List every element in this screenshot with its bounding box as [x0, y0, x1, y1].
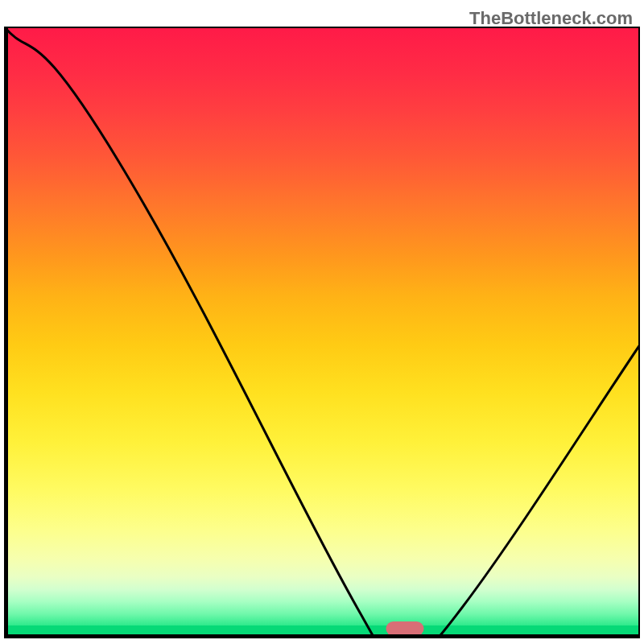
chart-border-right — [638, 27, 640, 638]
bottleneck-curve — [4, 27, 640, 638]
chart-area — [4, 27, 640, 638]
watermark-text: TheBottleneck.com — [469, 8, 633, 29]
chart-border-left — [4, 27, 8, 638]
chart-border-bottom — [4, 634, 640, 638]
